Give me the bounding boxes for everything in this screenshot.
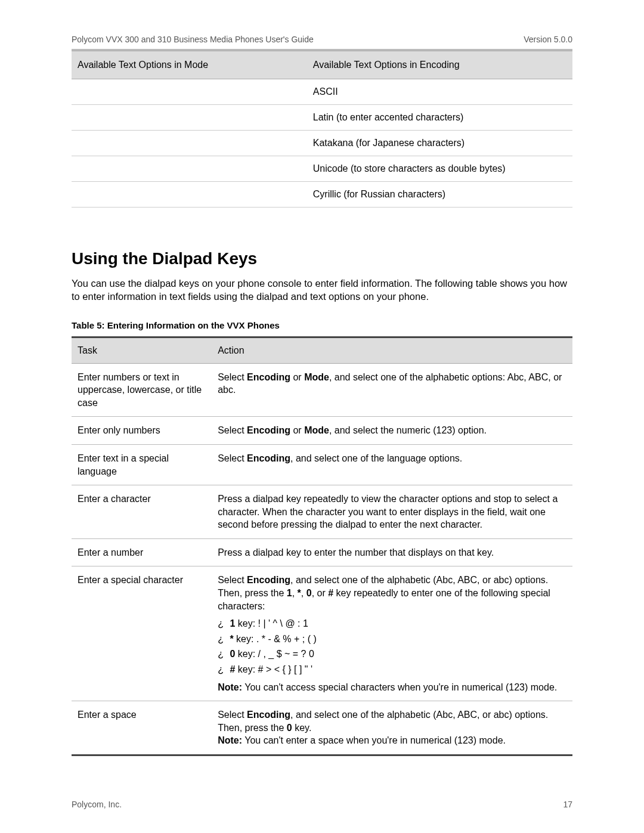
action-cell: Press a dialpad key to enter the number …: [212, 538, 572, 566]
table-row: Enter numbers or text in uppercase, lowe…: [72, 363, 572, 417]
table-caption: Table 5: Entering Information on the VVX…: [72, 320, 572, 330]
list-item: 0 key: / , _ $ ~ = ? 0: [231, 646, 566, 662]
options-mode-cell: [72, 131, 307, 156]
task-table: Task Action Enter numbers or text in upp…: [72, 336, 572, 756]
options-enc-cell: Unicode (to store characters as double b…: [307, 156, 572, 182]
options-enc-cell: Cyrillic (for Russian characters): [307, 182, 572, 208]
table-row: Enter text in a special language Select …: [72, 444, 572, 485]
section-heading: Using the Dialpad Keys: [72, 249, 572, 268]
task-cell: Enter a space: [72, 701, 212, 755]
options-header-mode: Available Text Options in Mode: [72, 51, 307, 79]
page-footer: Polycom, Inc. 17: [72, 800, 572, 809]
table-row: ASCII: [72, 79, 572, 105]
section-intro: You can use the dialpad keys on your pho…: [72, 277, 572, 304]
table-row: Katakana (for Japanese characters): [72, 131, 572, 156]
task-cell: Enter text in a special language: [72, 444, 212, 485]
action-cell: Select Encoding, and select one of the l…: [212, 444, 572, 485]
doc-title: Polycom VVX 300 and 310 Business Media P…: [72, 35, 314, 44]
table-row: Enter a number Press a dialpad key to en…: [72, 538, 572, 566]
list-item: 1 key: ! | ' ^ \ @ : 1: [231, 616, 566, 631]
task-header-action: Action: [212, 337, 572, 363]
task-cell: Enter numbers or text in uppercase, lowe…: [72, 363, 212, 417]
action-cell: Select Encoding or Mode, and select the …: [212, 417, 572, 445]
table-row: Enter a space Select Encoding, and selec…: [72, 701, 572, 755]
list-item: # key: # > < { } [ ] " ': [231, 662, 566, 677]
task-header-task: Task: [72, 337, 212, 363]
list-item: * key: . * - & % + ; ( ): [231, 631, 566, 647]
page-header: Polycom VVX 300 and 310 Business Media P…: [72, 35, 572, 47]
action-cell: Select Encoding, and select one of the a…: [212, 566, 572, 701]
options-header-encoding: Available Text Options in Encoding: [307, 51, 572, 79]
table-row: Latin (to enter accented characters): [72, 105, 572, 131]
action-cell: Select Encoding or Mode, and select one …: [212, 363, 572, 417]
doc-version: Version 5.0.0: [524, 35, 572, 44]
options-enc-cell: ASCII: [307, 79, 572, 105]
task-cell: Enter a character: [72, 485, 212, 539]
table-row: Enter only numbers Select Encoding or Mo…: [72, 417, 572, 445]
options-mode-cell: [72, 156, 307, 182]
text-options-table: Available Text Options in Mode Available…: [72, 51, 572, 208]
options-mode-cell: [72, 182, 307, 208]
task-cell: Enter only numbers: [72, 417, 212, 445]
footer-company: Polycom, Inc.: [72, 800, 122, 809]
options-enc-cell: Katakana (for Japanese characters): [307, 131, 572, 156]
options-enc-cell: Latin (to enter accented characters): [307, 105, 572, 131]
options-mode-cell: [72, 105, 307, 131]
options-mode-cell: [72, 79, 307, 105]
action-cell: Select Encoding, and select one of the a…: [212, 701, 572, 755]
action-cell: Press a dialpad key repeatedly to view t…: [212, 485, 572, 539]
special-char-list: 1 key: ! | ' ^ \ @ : 1 * key: . * - & % …: [218, 616, 566, 677]
table-row: Enter a character Press a dialpad key re…: [72, 485, 572, 539]
task-cell: Enter a special character: [72, 566, 212, 701]
footer-page: 17: [563, 800, 572, 809]
task-cell: Enter a number: [72, 538, 212, 566]
table-row: Enter a special character Select Encodin…: [72, 566, 572, 701]
table-row: Cyrillic (for Russian characters): [72, 182, 572, 208]
table-row: Unicode (to store characters as double b…: [72, 156, 572, 182]
